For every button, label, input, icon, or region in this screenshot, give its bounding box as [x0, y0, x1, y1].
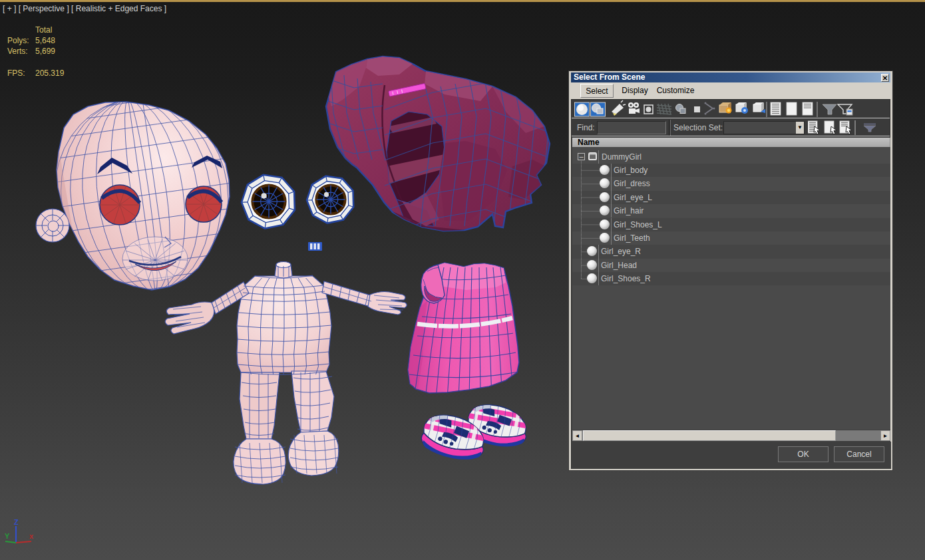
svg-text:Y: Y	[5, 532, 10, 540]
svg-text:x: x	[29, 532, 34, 540]
svg-text:Z: Z	[14, 518, 19, 526]
